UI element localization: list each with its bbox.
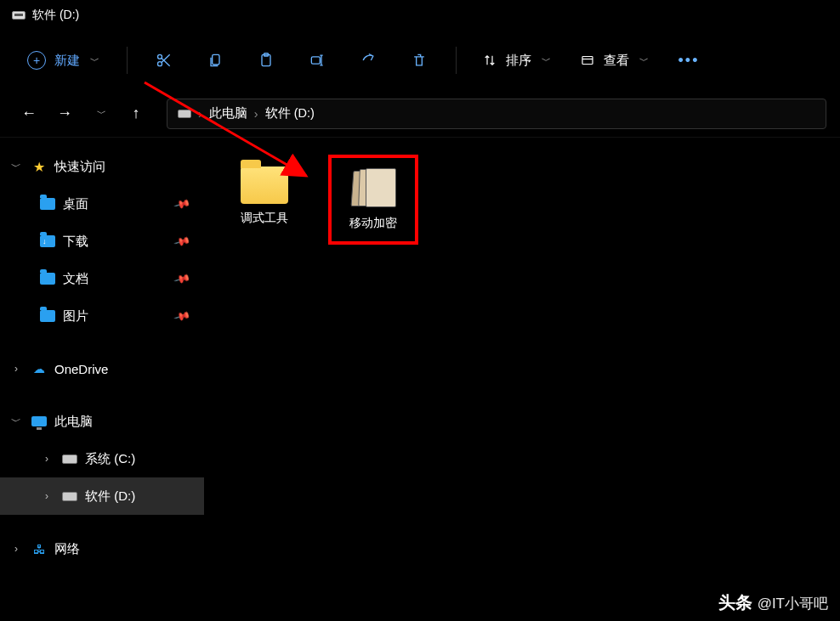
sort-icon: [482, 53, 497, 68]
sidebar-desktop[interactable]: 桌面 📌: [0, 185, 204, 223]
folder-icon: [241, 167, 288, 204]
chevron-right-icon: ›: [9, 363, 24, 375]
sidebar-drive-c[interactable]: › 系统 (C:): [0, 440, 204, 477]
folder-item-encrypted[interactable]: 移动加密: [335, 161, 411, 238]
sidebar-this-pc[interactable]: ﹀ 此电脑: [0, 403, 204, 440]
separator: [127, 47, 128, 74]
cut-button[interactable]: [143, 39, 185, 82]
chevron-down-icon: ﹀: [90, 54, 99, 67]
watermark-prefix: 头条: [718, 591, 752, 614]
pin-icon: 📌: [173, 233, 190, 251]
spacer: [0, 335, 204, 350]
breadcrumb-current[interactable]: 软件 (D:): [265, 105, 315, 121]
sort-button[interactable]: 排序 ﹀: [472, 46, 561, 76]
chevron-down-icon: ﹀: [97, 107, 106, 120]
network-icon: 🖧: [31, 542, 48, 556]
dots-icon: •••: [678, 52, 700, 70]
watermark-handle: @IT小哥吧: [758, 594, 828, 613]
plus-icon: +: [27, 51, 46, 70]
encrypted-folder-icon: [349, 168, 398, 209]
folder-icon: [40, 310, 55, 322]
breadcrumb-root[interactable]: 此电脑: [209, 105, 247, 121]
window-titlebar: 软件 (D:): [0, 0, 840, 31]
new-button[interactable]: + 新建 ﹀: [15, 44, 111, 76]
file-label: 调式工具: [241, 211, 288, 226]
sidebar-quick-access[interactable]: ﹀ ★ 快速访问: [0, 148, 204, 185]
chevron-right-icon: ›: [39, 453, 54, 465]
sidebar-label: 此电脑: [54, 414, 93, 430]
sidebar-onedrive[interactable]: › ☁ OneDrive: [0, 350, 204, 387]
sidebar-label: 网络: [54, 541, 80, 557]
folder-icon: [40, 273, 55, 285]
chevron-right-icon: ›: [39, 490, 54, 502]
cloud-icon: ☁: [31, 362, 48, 375]
rename-button[interactable]: [296, 39, 338, 82]
more-button[interactable]: •••: [667, 39, 710, 82]
folder-icon: [40, 198, 55, 210]
sidebar-pictures[interactable]: 图片 📌: [0, 297, 204, 335]
sidebar-label: 图片: [63, 308, 88, 325]
chevron-down-icon: ﹀: [9, 415, 24, 429]
spacer: [0, 387, 204, 403]
view-icon: [580, 53, 595, 68]
window-title: 软件 (D:): [32, 8, 79, 23]
new-button-label: 新建: [54, 53, 80, 69]
svg-point-0: [158, 54, 162, 59]
chevron-right-icon: ›: [9, 543, 24, 555]
drive-icon: [178, 110, 191, 118]
highlighted-item: 移动加密: [328, 155, 418, 245]
drive-icon: [62, 492, 77, 501]
sidebar-label: 桌面: [63, 196, 88, 212]
folder-icon: ↓: [40, 235, 55, 247]
star-icon: ★: [31, 160, 48, 173]
chevron-down-icon: ﹀: [9, 160, 24, 174]
drive-icon: [12, 11, 26, 20]
toolbar: + 新建 ﹀ 排序 ﹀ 查看 ﹀ •••: [0, 31, 840, 90]
clipboard-icon: [258, 52, 275, 69]
sort-label: 排序: [506, 53, 531, 69]
sidebar-documents[interactable]: 文档 📌: [0, 260, 204, 297]
folder-item[interactable]: 调式工具: [226, 155, 303, 233]
svg-rect-2: [213, 54, 219, 65]
pin-icon: 📌: [173, 308, 190, 325]
scissors-icon: [156, 52, 173, 69]
file-label: 移动加密: [349, 216, 397, 231]
share-icon: [360, 52, 377, 69]
view-button[interactable]: 查看 ﹀: [570, 46, 659, 76]
copy-icon: [207, 52, 224, 69]
svg-rect-5: [311, 57, 320, 64]
sidebar: ﹀ ★ 快速访问 桌面 📌 ↓ 下载 📌 文档 📌 图片 📌 › ☁: [0, 138, 204, 621]
sidebar-downloads[interactable]: ↓ 下载 📌: [0, 223, 204, 260]
share-button[interactable]: [347, 39, 389, 82]
trash-icon: [411, 52, 428, 69]
chevron-down-icon: ﹀: [542, 54, 551, 67]
separator: [456, 47, 457, 74]
sidebar-network[interactable]: › 🖧 网络: [0, 530, 204, 567]
file-list[interactable]: 调式工具 移动加密: [204, 138, 840, 621]
chevron-right-icon: ›: [198, 107, 202, 121]
sidebar-label: 系统 (C:): [85, 451, 135, 467]
drive-icon: [62, 454, 77, 464]
svg-point-1: [158, 62, 162, 66]
pin-icon: 📌: [173, 195, 190, 213]
chevron-down-icon: ﹀: [639, 54, 649, 67]
delete-button[interactable]: [398, 39, 440, 82]
sidebar-drive-d[interactable]: › 软件 (D:): [0, 477, 204, 515]
navigation-bar: ← → ﹀ ↑ › 此电脑 › 软件 (D:): [0, 90, 840, 138]
copy-button[interactable]: [194, 39, 236, 82]
monitor-icon: [31, 416, 47, 426]
sidebar-label: 文档: [63, 271, 88, 287]
up-button[interactable]: ↑: [121, 99, 151, 129]
spacer: [0, 515, 204, 530]
forward-button[interactable]: →: [49, 99, 80, 129]
address-bar[interactable]: › 此电脑 › 软件 (D:): [167, 99, 826, 129]
back-button[interactable]: ←: [14, 99, 44, 129]
sidebar-label: 快速访问: [54, 159, 105, 175]
paste-button[interactable]: [245, 39, 287, 82]
chevron-right-icon: ›: [254, 107, 258, 121]
sidebar-label: 软件 (D:): [85, 488, 135, 505]
view-label: 查看: [604, 53, 629, 69]
svg-rect-6: [582, 57, 593, 65]
watermark: 头条 @IT小哥吧: [718, 591, 828, 614]
recent-button[interactable]: ﹀: [85, 99, 116, 129]
